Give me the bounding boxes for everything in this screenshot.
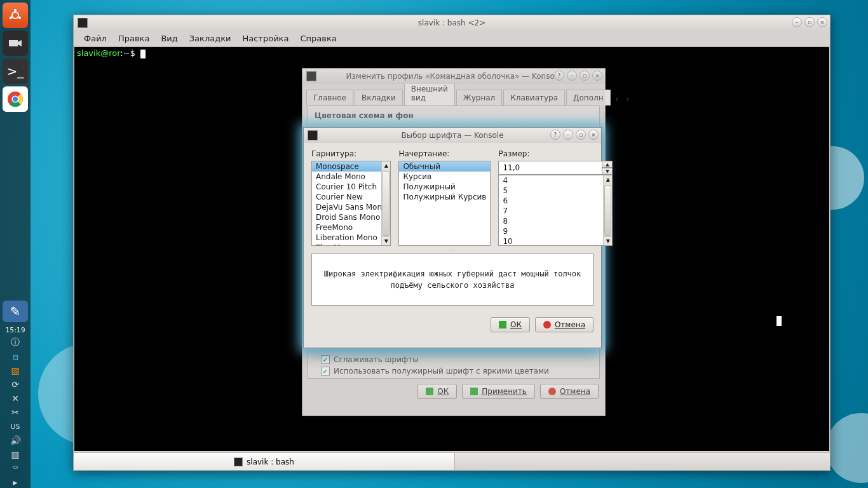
- family-item[interactable]: TlwgMono: [312, 243, 390, 246]
- konsole-titlebar[interactable]: slavik : bash <2> – ▫ ×: [74, 15, 830, 30]
- chrome-icon[interactable]: [3, 86, 28, 112]
- dash-icon[interactable]: [3, 3, 28, 28]
- family-item[interactable]: FreeMono: [312, 222, 390, 233]
- spin-up[interactable]: ▲: [602, 161, 613, 168]
- size-item[interactable]: 8: [499, 216, 612, 226]
- clock: 15:19: [5, 326, 25, 334]
- updates-icon[interactable]: ⟳: [10, 379, 21, 390]
- style-item[interactable]: Полужирный: [399, 182, 490, 192]
- konsole-tab[interactable]: slavik : bash: [74, 453, 455, 470]
- profile-ok-button[interactable]: ОК: [417, 384, 457, 399]
- family-item[interactable]: DejaVu Sans Mono: [312, 202, 390, 212]
- profile-maximize-button[interactable]: ▫: [580, 71, 590, 81]
- profile-title-text: Изменить профиль «Командная оболочка» — …: [346, 72, 561, 81]
- wifi-icon[interactable]: ⌔: [10, 463, 21, 474]
- profile-cancel-button[interactable]: Отмена: [540, 384, 599, 399]
- close-button[interactable]: ×: [817, 17, 827, 27]
- font-titlebar[interactable]: Выбор шрифта — Konsole ? – ▫ ×: [304, 128, 601, 143]
- check-antialias[interactable]: ✔Сглаживать шрифты: [321, 355, 593, 364]
- volume-icon[interactable]: 🔊: [10, 435, 21, 446]
- font-dialog: Выбор шрифта — Konsole ? – ▫ × Гарнитура…: [303, 127, 602, 348]
- size-item[interactable]: 5: [499, 186, 612, 196]
- konsole-title-text: slavik : bash <2>: [418, 18, 485, 27]
- camera-icon[interactable]: [3, 30, 28, 56]
- size-item[interactable]: 6: [499, 196, 612, 206]
- profile-apply-button[interactable]: Применить: [462, 384, 535, 399]
- size-item[interactable]: 9: [499, 226, 612, 236]
- rss-icon[interactable]: ▧: [10, 365, 21, 376]
- close-icon[interactable]: ✕: [10, 393, 21, 404]
- font-ok-button[interactable]: ОК: [491, 317, 530, 332]
- konsole-tab-label: slavik : bash: [247, 458, 294, 466]
- profile-help-button[interactable]: ?: [554, 71, 564, 81]
- family-item[interactable]: Andale Mono: [312, 172, 390, 182]
- menu-file[interactable]: Файл: [79, 32, 112, 45]
- font-cancel-button[interactable]: Отмена: [535, 317, 593, 332]
- family-item[interactable]: Courier 10 Pitch: [312, 182, 390, 192]
- style-label: Начертание:: [398, 149, 491, 158]
- tab-appearance[interactable]: Внешний вид: [404, 81, 455, 105]
- family-item[interactable]: Liberation Mono: [312, 233, 390, 243]
- size-item[interactable]: 7: [499, 206, 612, 216]
- size-list[interactable]: 4567891011 ▲▼: [498, 175, 613, 246]
- check-icon: [499, 321, 506, 329]
- menu-help[interactable]: Справка: [295, 32, 341, 45]
- style-item[interactable]: Курсив: [399, 172, 490, 182]
- keyboard-indicator[interactable]: US: [10, 421, 21, 432]
- tab-scroll-right[interactable]: ›: [622, 93, 633, 105]
- family-item[interactable]: Droid Sans Mono: [312, 212, 390, 222]
- profile-close-button[interactable]: ×: [592, 71, 602, 81]
- size-item[interactable]: 4: [499, 175, 612, 186]
- dropbox-icon[interactable]: ⧈: [10, 351, 21, 362]
- style-item[interactable]: Обычный: [399, 161, 490, 172]
- other-cursor: [776, 316, 782, 326]
- tab-tabs[interactable]: Вкладки: [355, 90, 403, 105]
- menu-view[interactable]: Вид: [156, 32, 182, 45]
- font-close-button[interactable]: ×: [588, 130, 599, 140]
- menu-edit[interactable]: Правка: [113, 32, 154, 45]
- profile-minimize-button[interactable]: –: [567, 71, 577, 81]
- svg-point-2: [18, 17, 21, 19]
- info-icon[interactable]: ⓘ: [10, 337, 21, 348]
- tab-main[interactable]: Главное: [306, 90, 353, 105]
- prompt-user: slavik@ror: [77, 48, 120, 58]
- font-title-text: Выбор шрифта — Konsole: [401, 131, 503, 140]
- font-maximize-button[interactable]: ▫: [576, 130, 586, 140]
- style-item[interactable]: Полужирный Курсив: [399, 192, 490, 202]
- splitter-grip[interactable]: ⋯: [311, 247, 593, 252]
- family-item[interactable]: Courier New: [312, 192, 390, 202]
- svg-point-0: [12, 12, 18, 18]
- terminal-cursor: [140, 50, 146, 58]
- spin-down[interactable]: ▼: [602, 168, 613, 175]
- check-bold-bright[interactable]: ✔Использовать полужирный шрифт с яркими …: [321, 367, 593, 376]
- family-scrollbar[interactable]: ▲▼: [381, 161, 390, 245]
- family-list[interactable]: MonospaceAndale MonoCourier 10 PitchCour…: [311, 161, 391, 246]
- expand-icon[interactable]: ▸: [10, 477, 21, 488]
- font-help-button[interactable]: ?: [550, 130, 560, 140]
- size-item[interactable]: 10: [499, 236, 612, 246]
- tab-scroll-left[interactable]: ‹: [612, 93, 623, 105]
- cancel-icon: [543, 321, 551, 329]
- tab-keyboard[interactable]: Клавиатура: [503, 90, 565, 105]
- style-list[interactable]: ОбычныйКурсивПолужирныйПолужирный Курсив: [398, 161, 491, 246]
- cut-icon[interactable]: ✂: [10, 407, 21, 418]
- notes-icon[interactable]: ✎: [3, 301, 28, 322]
- tab-extra[interactable]: Дополн: [566, 90, 610, 105]
- maximize-button[interactable]: ▫: [804, 17, 815, 27]
- minimize-button[interactable]: –: [792, 17, 802, 27]
- svg-marker-5: [18, 40, 22, 46]
- menu-settings[interactable]: Настройка: [237, 32, 294, 45]
- family-label: Гарнитура:: [311, 149, 391, 158]
- size-input[interactable]: [498, 161, 602, 175]
- tab-journal[interactable]: Журнал: [456, 90, 503, 105]
- size-items: 4567891011: [499, 175, 612, 246]
- svg-rect-4: [9, 40, 18, 46]
- size-spinner[interactable]: ▲▼: [498, 161, 613, 175]
- family-item[interactable]: Monospace: [312, 161, 390, 172]
- font-minimize-button[interactable]: –: [563, 130, 573, 140]
- profile-titlebar[interactable]: Изменить профиль «Командная оболочка» — …: [302, 69, 605, 84]
- menu-bookmarks[interactable]: Закладки: [184, 32, 236, 45]
- battery-icon[interactable]: ▥: [10, 449, 21, 460]
- terminal-icon[interactable]: >_: [3, 58, 28, 84]
- size-scrollbar[interactable]: ▲▼: [603, 175, 612, 245]
